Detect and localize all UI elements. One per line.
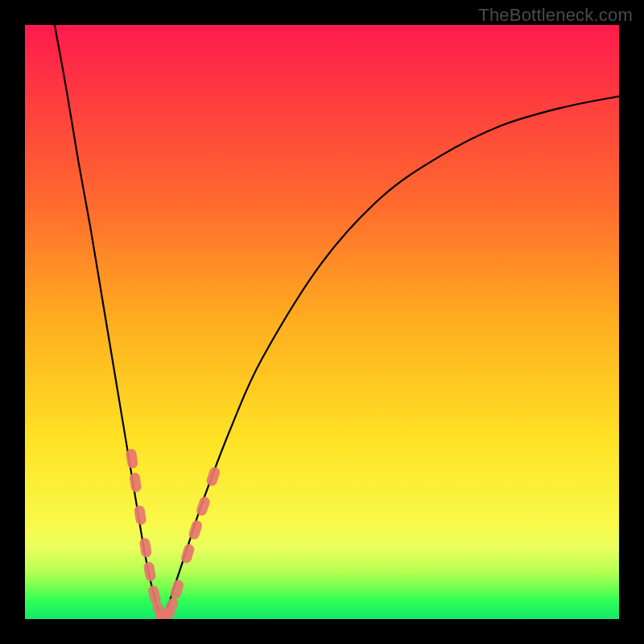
data-marker xyxy=(129,472,142,493)
plot-area xyxy=(25,25,619,619)
data-marker xyxy=(134,505,147,526)
data-marker xyxy=(138,538,152,559)
bottleneck-curve xyxy=(55,25,619,616)
data-marker xyxy=(126,448,138,469)
data-marker xyxy=(205,465,221,487)
watermark-text: TheBottleneck.com xyxy=(478,5,633,26)
chart-frame: TheBottleneck.com xyxy=(0,0,644,644)
data-marker xyxy=(142,561,156,582)
curve-svg xyxy=(25,25,619,619)
marker-group xyxy=(126,448,221,619)
